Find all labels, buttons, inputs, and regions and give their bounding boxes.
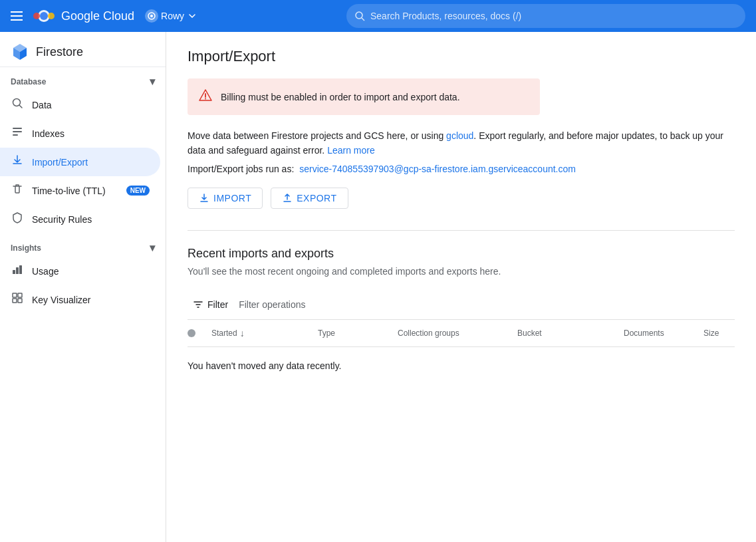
collection-groups-col-header: Collection groups [398, 329, 517, 338]
svg-rect-1 [11, 15, 23, 17]
search-icon [354, 11, 365, 21]
app-name: Firestore [36, 45, 83, 59]
indexes-icon [11, 126, 24, 141]
learn-more-link[interactable]: Learn more [327, 145, 375, 156]
sidebar-item-key-visualizer[interactable]: Key Visualizer [0, 285, 160, 314]
filter-operations-text: Filter operations [239, 299, 305, 310]
alert-text: Billing must be enabled in order to impo… [221, 92, 460, 102]
google-cloud-logo: Google Cloud [31, 7, 134, 25]
status-col-header [188, 329, 211, 337]
svg-point-24 [205, 98, 206, 100]
recent-title: Recent imports and exports [188, 247, 735, 261]
svg-line-10 [362, 18, 364, 21]
search-icon [11, 97, 24, 112]
export-icon [282, 193, 293, 203]
svg-rect-17 [16, 267, 19, 274]
project-icon [145, 9, 158, 23]
project-name: Rowy [161, 11, 184, 21]
type-label: Type [318, 329, 335, 338]
sidebar-item-ttl[interactable]: Time-to-live (TTL) NEW [0, 176, 160, 205]
sidebar-item-label: Time-to-live (TTL) [32, 186, 118, 196]
shield-icon [11, 211, 24, 227]
database-label: Database [11, 77, 46, 86]
sidebar-item-label: Key Visualizer [32, 295, 150, 305]
sidebar-item-import-export[interactable]: Import/Export [0, 148, 160, 176]
type-col-header: Type [318, 329, 398, 338]
logo-text: Google Cloud [61, 9, 134, 23]
topbar: Google Cloud Rowy Search Products, resou… [0, 0, 756, 32]
sidebar: Firestore Database ▾ Data Indexes [0, 32, 166, 542]
section-separator [188, 230, 735, 231]
action-buttons: IMPORT EXPORT [188, 188, 735, 209]
import-button[interactable]: IMPORT [188, 188, 263, 209]
svg-point-11 [13, 99, 21, 106]
svg-point-5 [33, 13, 40, 19]
svg-rect-0 [11, 11, 23, 13]
insights-chevron[interactable]: ▾ [150, 241, 155, 254]
main-content: Import/Export Billing must be enabled in… [166, 32, 756, 542]
sidebar-item-security-rules[interactable]: Security Rules [0, 205, 160, 233]
delete-icon [11, 183, 24, 198]
size-label: Size [703, 329, 719, 338]
import-icon [199, 193, 209, 203]
new-badge: NEW [126, 186, 150, 196]
filter-button[interactable]: Filter [188, 297, 233, 313]
svg-rect-21 [13, 299, 17, 303]
table-header: Started ↓ Type Collection groups Bucket … [188, 320, 735, 347]
layout: Firestore Database ▾ Data Indexes [0, 32, 756, 542]
sort-icon: ↓ [240, 328, 245, 339]
sidebar-item-label: Indexes [32, 128, 150, 139]
sidebar-item-label: Security Rules [32, 214, 150, 225]
chevron-down-icon [187, 11, 197, 21]
started-label: Started [211, 329, 237, 338]
export-button[interactable]: EXPORT [271, 188, 348, 209]
svg-rect-22 [18, 299, 22, 303]
insights-label: Insights [11, 243, 41, 253]
documents-label: Documents [624, 329, 664, 338]
svg-point-6 [48, 13, 55, 19]
svg-rect-2 [11, 19, 23, 21]
svg-point-4 [40, 12, 48, 20]
svg-rect-14 [13, 131, 22, 132]
database-section-header: Database ▾ [0, 67, 166, 90]
svg-point-9 [356, 12, 362, 19]
sidebar-item-label: Import/Export [32, 157, 150, 168]
insights-section-header: Insights ▾ [0, 233, 166, 257]
filter-label: Filter [207, 299, 228, 310]
page-title: Import/Export [188, 48, 735, 65]
service-account-label: Import/Export jobs run as: [188, 164, 294, 174]
sidebar-item-data[interactable]: Data [0, 90, 160, 119]
size-col-header: Size [703, 329, 756, 338]
bucket-label: Bucket [517, 329, 542, 338]
search-bar[interactable]: Search Products, resources, docs (/) [346, 4, 745, 28]
database-chevron[interactable]: ▾ [150, 75, 155, 88]
warning-icon [198, 88, 213, 106]
search-placeholder: Search Products, resources, docs (/) [370, 11, 521, 21]
gcloud-link[interactable]: gcloud [446, 130, 473, 141]
sidebar-item-label: Data [32, 100, 150, 110]
bucket-col-header: Bucket [517, 329, 624, 338]
table-empty-message: You haven't moved any data recently. [188, 347, 735, 384]
service-account-line: Import/Export jobs run as: service-74085… [188, 164, 735, 174]
svg-rect-20 [18, 293, 22, 297]
import-export-icon [11, 154, 24, 170]
status-indicator [188, 329, 195, 337]
sidebar-item-usage[interactable]: Usage [0, 257, 160, 285]
project-selector[interactable]: Rowy [145, 9, 197, 23]
svg-line-12 [20, 106, 23, 108]
app-header: Firestore [0, 32, 166, 67]
svg-rect-15 [13, 134, 18, 136]
svg-rect-18 [19, 265, 22, 274]
service-account-email[interactable]: service-740855397903@gcp-sa-firestore.ia… [299, 164, 576, 174]
recent-desc: You'll see the most recent ongoing and c… [188, 266, 735, 277]
started-col-header[interactable]: Started ↓ [211, 328, 318, 339]
svg-rect-19 [13, 293, 17, 297]
svg-point-8 [150, 15, 153, 17]
description: Move data between Firestore projects and… [188, 128, 735, 158]
alert-banner: Billing must be enabled in order to impo… [188, 78, 540, 115]
menu-icon[interactable] [11, 9, 23, 24]
sidebar-item-indexes[interactable]: Indexes [0, 119, 160, 148]
sidebar-item-label: Usage [32, 266, 150, 277]
svg-rect-13 [13, 128, 22, 129]
svg-rect-16 [13, 270, 15, 274]
